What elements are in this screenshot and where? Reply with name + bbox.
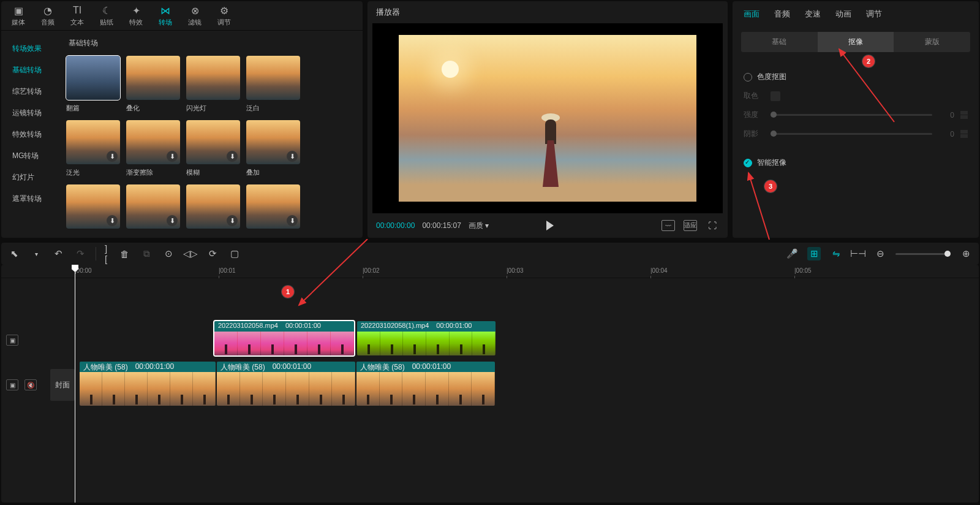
inspector-tab-变速[interactable]: 变速: [805, 9, 821, 20]
undo-icon[interactable]: ↶: [51, 247, 65, 260]
mirror-icon[interactable]: ◁▷: [184, 247, 197, 260]
inspector-tab-画面[interactable]: 画面: [744, 9, 760, 20]
ruler-tick: |00:03: [507, 267, 524, 274]
transition-thumb[interactable]: ⬇泛光: [66, 120, 120, 177]
chroma-key-row[interactable]: 色度抠图: [744, 72, 968, 82]
download-icon[interactable]: ⬇: [227, 215, 238, 226]
library-tab-文本[interactable]: TI文本: [62, 4, 92, 27]
spinner[interactable]: [960, 130, 968, 138]
color-swatch[interactable]: [771, 91, 780, 101]
download-icon[interactable]: ⬇: [227, 151, 238, 162]
spinner[interactable]: [960, 111, 968, 119]
transition-thumb[interactable]: 闪光灯: [186, 56, 240, 113]
pointer-mode-dropdown-icon[interactable]: ▾: [29, 247, 43, 260]
redo-icon[interactable]: ↷: [74, 247, 87, 260]
link-clips-icon[interactable]: ⇋: [829, 247, 843, 260]
inspector-tab-音频[interactable]: 音频: [774, 9, 790, 20]
transition-thumb[interactable]: ⬇模糊: [186, 120, 240, 177]
param-row: 强度0: [744, 110, 968, 120]
play-button[interactable]: [546, 221, 554, 230]
main-clip[interactable]: 人物唯美 (58)00:00:01:00: [217, 362, 355, 406]
inspector-subtab-抠像[interactable]: 抠像: [818, 32, 894, 52]
zoom-slider[interactable]: [895, 253, 951, 255]
overlay-track[interactable]: ▣ 202203102058.mp400:00:01:0020220310205…: [1, 321, 979, 359]
delete-icon[interactable]: 🗑: [118, 247, 131, 260]
download-icon[interactable]: ⬇: [287, 151, 298, 162]
tab-icon: ☾: [92, 4, 121, 17]
track-toggle-icon[interactable]: ▣: [6, 335, 18, 346]
chroma-key-checkbox[interactable]: [744, 73, 752, 82]
timeline-ruler[interactable]: |00:00|00:01|00:02|00:03|00:04|00:05: [1, 265, 979, 278]
library-tab-调节[interactable]: ⚙调节: [209, 4, 239, 27]
main-track[interactable]: ▣ 🔇 封面 人物唯美 (58)00:00:01:00人物唯美 (58)00:0…: [1, 362, 979, 408]
playhead[interactable]: [75, 265, 75, 503]
category-item[interactable]: 遮罩转场: [1, 188, 62, 210]
export-frame-icon[interactable]: ⊙: [162, 247, 175, 260]
transition-thumb[interactable]: ⬇渐变擦除: [126, 120, 180, 177]
download-icon[interactable]: ⬇: [167, 215, 178, 226]
player-viewport[interactable]: [372, 23, 723, 213]
library-tab-滤镜[interactable]: ⊗滤镜: [180, 4, 209, 27]
clip-duration: 00:00:01:00: [412, 362, 451, 371]
library-tab-媒体[interactable]: ▣媒体: [4, 4, 33, 27]
transition-thumb[interactable]: ⬇: [186, 184, 240, 232]
fullscreen-icon[interactable]: ⛶: [706, 220, 719, 231]
download-icon[interactable]: ⬇: [167, 151, 178, 162]
transition-thumb[interactable]: ⬇: [246, 184, 300, 232]
rotate-icon[interactable]: ⟳: [206, 247, 219, 260]
main-clip[interactable]: 人物唯美 (58)00:00:01:00: [356, 362, 495, 406]
library-tab-贴纸[interactable]: ☾贴纸: [92, 4, 121, 27]
smart-matting-row[interactable]: 智能抠像: [744, 158, 968, 168]
param-label: 阴影: [744, 129, 764, 139]
category-item[interactable]: 综艺转场: [1, 81, 62, 102]
thumb-label: 翻篇: [66, 104, 120, 113]
param-slider[interactable]: [771, 114, 932, 116]
category-item[interactable]: MG转场: [1, 145, 62, 167]
category-list: 转场效果基础转场综艺转场运镜转场特效转场MG转场幻灯片遮罩转场: [1, 31, 62, 238]
transition-thumb[interactable]: 泛白: [246, 56, 300, 113]
transition-thumb[interactable]: 叠化: [126, 56, 180, 113]
inspector-tab-动画[interactable]: 动画: [835, 9, 851, 20]
overlay-clip[interactable]: 202203102058(1).mp400:00:01:00: [357, 321, 496, 355]
category-item[interactable]: 特效转场: [1, 124, 62, 145]
auto-cut-icon[interactable]: ⊞: [807, 247, 821, 260]
transition-thumb[interactable]: ⬇叠加: [246, 120, 300, 177]
fit-button[interactable]: 适应: [684, 220, 697, 231]
microphone-icon[interactable]: 🎤: [785, 247, 799, 260]
cover-button[interactable]: 封面: [50, 369, 75, 401]
pointer-tool-icon[interactable]: ⬉: [7, 247, 21, 260]
download-icon[interactable]: ⬇: [287, 215, 298, 226]
library-tab-音频[interactable]: ◔音频: [33, 4, 62, 27]
transition-thumb[interactable]: ⬇: [66, 184, 120, 232]
crop-icon[interactable]: ▢: [228, 247, 241, 260]
overlay-clip[interactable]: 202203102058.mp400:00:01:00: [214, 321, 354, 355]
transition-thumb[interactable]: 翻篇: [66, 56, 120, 113]
param-label: 强度: [744, 110, 764, 120]
library-tab-转场[interactable]: ⋈转场: [151, 4, 180, 27]
category-title[interactable]: 转场效果: [1, 38, 62, 59]
copy-icon[interactable]: ⧉: [140, 247, 153, 260]
snap-icon[interactable]: ⊢⊣: [851, 247, 865, 260]
quality-dropdown[interactable]: 画质 ▾: [469, 221, 489, 231]
library-tab-特效[interactable]: ✦特效: [121, 4, 151, 27]
category-item[interactable]: 运镜转场: [1, 102, 62, 124]
inspector-subtab-基础[interactable]: 基础: [741, 32, 818, 52]
zoom-in-icon[interactable]: ⊕: [959, 247, 973, 260]
category-item[interactable]: 幻灯片: [1, 167, 62, 188]
inspector-subtab-蒙版[interactable]: 蒙版: [894, 32, 970, 52]
track-toggle-icon[interactable]: ▣: [6, 379, 18, 390]
annotation-1: 1: [282, 286, 294, 298]
main-clip[interactable]: 人物唯美 (58)00:00:01:00: [80, 362, 216, 406]
ruler-tick: |00:04: [650, 267, 668, 274]
download-icon[interactable]: ⬇: [107, 215, 118, 226]
zoom-out-icon[interactable]: ⊖: [873, 247, 887, 260]
param-slider[interactable]: [771, 133, 932, 135]
download-icon[interactable]: ⬇: [107, 151, 118, 162]
smart-matting-checkbox[interactable]: [744, 159, 752, 167]
scope-icon[interactable]: 〰: [662, 220, 675, 231]
inspector-tab-调节[interactable]: 调节: [866, 9, 882, 20]
split-icon[interactable]: ] [: [96, 247, 109, 260]
track-mute-icon[interactable]: 🔇: [24, 379, 37, 390]
category-item[interactable]: 基础转场: [1, 59, 62, 81]
transition-thumb[interactable]: ⬇: [126, 184, 180, 232]
